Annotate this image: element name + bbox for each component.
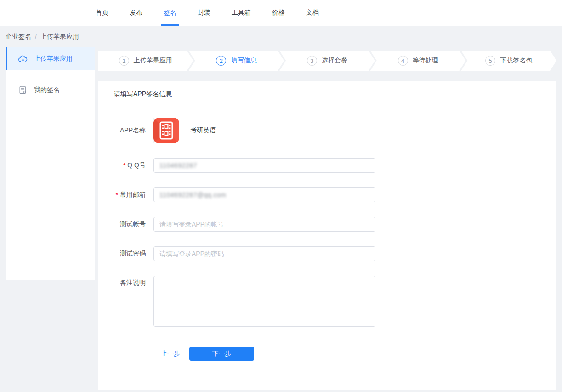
test-account-row: 测试帐号: [98, 217, 556, 232]
step-3-choose-plan: 3 选择套餐: [279, 51, 375, 71]
step-5-download-package: 5 下载签名包: [461, 51, 556, 71]
form-title-text: 请填写APP签名信息: [114, 90, 172, 98]
next-step-button[interactable]: 下一步: [189, 347, 254, 361]
remarks-textarea[interactable]: [153, 276, 375, 327]
sidebar-item-label: 我的签名: [34, 86, 60, 94]
step-label: 上传苹果应用: [134, 57, 172, 65]
breadcrumb-parent[interactable]: 企业签名: [6, 33, 31, 41]
test-password-input[interactable]: [153, 246, 375, 261]
nav-item-price[interactable]: 价格: [272, 0, 285, 26]
film-app-icon: [153, 118, 179, 143]
email-input[interactable]: 1104692287@qq.com: [153, 187, 375, 202]
breadcrumb-separator: /: [35, 33, 37, 40]
prev-step-link[interactable]: 上一步: [161, 350, 180, 358]
remarks-row: 备注说明: [98, 276, 556, 327]
nav-item-publish[interactable]: 发布: [130, 0, 142, 26]
main-content: 1 上传苹果应用 2 填写信息 3 选择套餐 4 等待处理 5 下载签名包: [98, 47, 556, 392]
email-label: * 常用邮箱: [98, 187, 153, 202]
breadcrumb: 企业签名 / 上传苹果应用: [0, 26, 562, 47]
required-asterisk: *: [116, 191, 118, 199]
step-number: 2: [216, 56, 226, 66]
qq-masked-value: 1104692287: [159, 162, 197, 169]
signature-doc-icon: [18, 85, 28, 95]
qq-row: * Q Q号 1104692287: [98, 158, 556, 173]
top-navbar: 首页 发布 签名 封装 工具箱 价格 文档: [0, 0, 562, 26]
step-number: 1: [119, 56, 129, 66]
form-card: 请填写APP签名信息 APP名称: [98, 81, 556, 390]
breadcrumb-current: 上传苹果应用: [40, 33, 79, 41]
form-title: 请填写APP签名信息: [98, 81, 556, 107]
app-name-row: APP名称: [98, 118, 556, 143]
test-password-row: 测试密码: [98, 246, 556, 261]
step-number: 5: [485, 56, 495, 66]
step-label: 等待处理: [413, 57, 438, 65]
required-asterisk: *: [123, 162, 125, 169]
sidebar: 上传苹果应用 我的签名: [6, 47, 95, 280]
step-4-wait-processing: 4 等待处理: [370, 51, 466, 71]
step-label: 填写信息: [231, 57, 256, 65]
sidebar-item-label: 上传苹果应用: [34, 55, 73, 63]
form-actions: 上一步 下一步: [161, 347, 556, 361]
test-password-label: 测试密码: [98, 246, 153, 261]
qq-label-text: Q Q号: [127, 161, 146, 170]
nav-item-toolbox[interactable]: 工具箱: [232, 0, 251, 26]
step-number: 4: [398, 56, 408, 66]
qq-label: * Q Q号: [98, 158, 153, 173]
signature-form: APP名称: [98, 107, 556, 361]
sidebar-item-my-signatures[interactable]: 我的签名: [6, 79, 95, 102]
remarks-label: 备注说明: [98, 279, 153, 287]
step-1-upload-app: 1 上传苹果应用: [98, 51, 193, 71]
step-label: 选择套餐: [322, 57, 347, 65]
nav-item-package[interactable]: 封装: [198, 0, 210, 26]
test-account-label: 测试帐号: [98, 217, 153, 232]
step-number: 3: [307, 56, 317, 66]
cloud-upload-icon: [18, 54, 28, 63]
step-2-fill-info: 2 填写信息: [189, 51, 284, 71]
step-wizard: 1 上传苹果应用 2 填写信息 3 选择套餐 4 等待处理 5 下载签名包: [98, 51, 556, 71]
nav-item-docs[interactable]: 文档: [306, 0, 319, 26]
test-account-input[interactable]: [153, 217, 375, 232]
app-name-value: 考研英语: [190, 126, 216, 135]
nav-item-home[interactable]: 首页: [96, 0, 108, 26]
nav-item-sign[interactable]: 签名: [164, 0, 176, 26]
sidebar-item-upload-ios-app[interactable]: 上传苹果应用: [6, 47, 95, 70]
email-label-text: 常用邮箱: [120, 191, 146, 199]
email-masked-value: 1104692287@qq.com: [159, 191, 226, 199]
qq-input[interactable]: 1104692287: [153, 158, 375, 173]
email-row: * 常用邮箱 1104692287@qq.com: [98, 187, 556, 202]
app-name-label: APP名称: [98, 126, 153, 135]
step-label: 下载签名包: [500, 57, 532, 65]
